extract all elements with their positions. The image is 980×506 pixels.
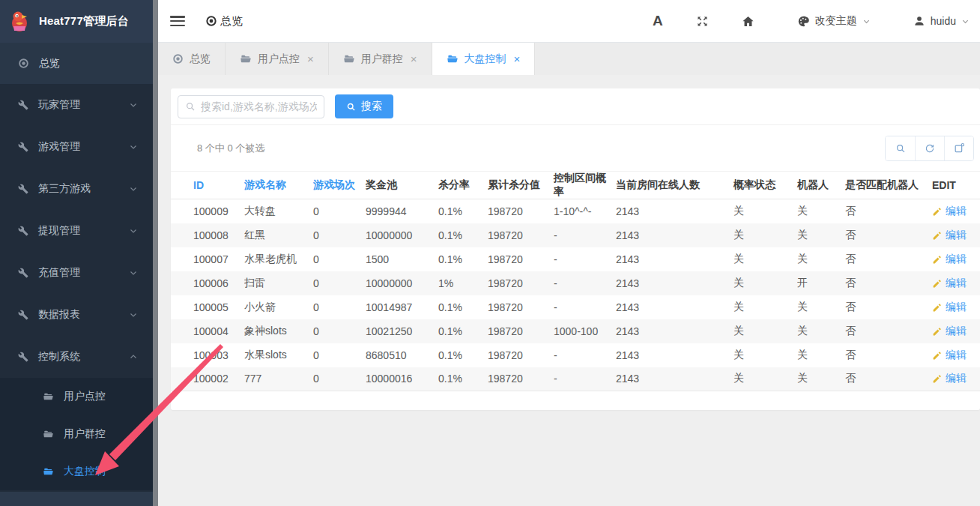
sidebar-group-reports[interactable]: 数据报表 xyxy=(0,294,153,336)
cell-match-robot: 否 xyxy=(845,247,932,271)
edit-link[interactable]: 编辑 xyxy=(946,372,967,385)
column-search-button[interactable] xyxy=(886,136,915,160)
sidebar: Heat777管理后台 总览 玩家管理 游戏管理 第三方游戏 提现管理 xyxy=(0,0,153,506)
edit-link[interactable]: 编辑 xyxy=(946,229,967,242)
cell-kill-total: 198720 xyxy=(488,319,554,343)
table-row[interactable]: 100009大转盘099999440.1%1987201-10^-^-2143关… xyxy=(171,199,980,223)
market-control-panel: 搜索 8 个中 0 个被选 ID游戏名称游戏场次奖金池杀分率累计杀分值控制区间概… xyxy=(171,88,980,410)
cell-id: 100005 xyxy=(171,295,244,319)
cell-online-count: 2143 xyxy=(616,271,734,295)
sidebar-group-games[interactable]: 游戏管理 xyxy=(0,126,153,168)
cell-id: 100008 xyxy=(171,223,244,247)
sidebar-item-user-group-control[interactable]: 用户群控 xyxy=(0,415,153,453)
cell-prize-pool: 10000016 xyxy=(366,367,438,391)
cell-game-session: 0 xyxy=(313,247,366,271)
column-header-robot: 机器人 xyxy=(797,172,845,199)
table-row[interactable]: 100003水果slots086805100.1%198720-2143关关否编… xyxy=(171,343,980,367)
edit-link[interactable]: 编辑 xyxy=(946,325,967,338)
cell-control-interval: - xyxy=(554,223,616,247)
sidebar-item-label: 用户点控 xyxy=(64,390,106,403)
edit-pencil-icon xyxy=(932,279,942,288)
cell-prize-pool: 10021250 xyxy=(366,319,438,343)
column-header-edit: EDIT xyxy=(932,172,980,199)
sidebar-scrollbar[interactable] xyxy=(153,0,158,506)
sidebar-group-withdraw[interactable]: 提现管理 xyxy=(0,210,153,252)
tab-label: 总览 xyxy=(190,52,211,66)
cell-robot: 关 xyxy=(797,319,845,343)
refresh-button[interactable] xyxy=(915,136,944,160)
sidebar-group-label: 提现管理 xyxy=(38,224,80,238)
sidebar-group-control-system[interactable]: 控制系统 xyxy=(0,336,153,378)
table-actions-row: 8 个中 0 个被选 xyxy=(171,125,980,171)
eye-icon xyxy=(205,15,217,27)
cell-online-count: 2143 xyxy=(616,367,734,391)
tab-user-group-control[interactable]: 用户群控 × xyxy=(329,43,432,75)
cell-edit: 编辑 xyxy=(932,223,980,247)
export-button[interactable] xyxy=(944,136,973,160)
table-row[interactable]: 100007水果老虎机015000.1%198720-2143关关否编辑 xyxy=(171,247,980,271)
sidebar-item-label: 用户群控 xyxy=(64,427,106,441)
sidebar-item-market-control[interactable]: 大盘控制 xyxy=(0,453,153,490)
cell-id: 100007 xyxy=(171,247,244,271)
cell-robot: 关 xyxy=(797,367,845,391)
cell-prize-pool: 10000000 xyxy=(366,223,438,247)
sidebar-group-recharge[interactable]: 充值管理 xyxy=(0,252,153,294)
column-header-id[interactable]: ID xyxy=(171,172,244,199)
chevron-down-icon xyxy=(862,17,871,25)
cell-game-session: 0 xyxy=(313,367,366,391)
sidebar-item-overview[interactable]: 总览 xyxy=(0,43,153,84)
cell-prize-pool: 8680510 xyxy=(366,343,438,367)
cell-robot: 开 xyxy=(797,271,845,295)
topbar-actions: A 改变主题 huidu xyxy=(653,13,970,29)
tab-close-icon[interactable]: × xyxy=(411,52,417,65)
cell-robot: 关 xyxy=(797,343,845,367)
theme-label: 改变主题 xyxy=(815,14,857,28)
cell-online-count: 2143 xyxy=(616,295,734,319)
edit-pencil-icon xyxy=(932,374,942,383)
table-row[interactable]: 100008红黑0100000000.1%198720-2143关关否编辑 xyxy=(171,223,980,247)
tab-label: 用户点控 xyxy=(258,52,300,66)
edit-link[interactable]: 编辑 xyxy=(946,253,967,266)
search-button[interactable]: 搜索 xyxy=(335,94,393,118)
table-row[interactable]: 100005小火箭0100149870.1%198720-2143关关否编辑 xyxy=(171,295,980,319)
table-row[interactable]: 1000027770100000160.1%198720-2143关关否编辑 xyxy=(171,367,980,391)
edit-link[interactable]: 编辑 xyxy=(946,277,967,290)
search-input[interactable] xyxy=(201,100,317,112)
sidebar-group-label: 游戏管理 xyxy=(38,140,80,154)
cell-prob-status: 关 xyxy=(734,343,797,367)
theme-switcher[interactable]: 改变主题 xyxy=(797,14,871,28)
table-row[interactable]: 100004象神slots0100212500.1%1987201000-100… xyxy=(171,319,980,343)
cell-prob-status: 关 xyxy=(734,271,797,295)
tab-market-control[interactable]: 大盘控制 × xyxy=(432,43,536,75)
tab-close-icon[interactable]: × xyxy=(514,52,521,65)
search-toolbar: 搜索 xyxy=(171,88,980,125)
sidebar-group-players[interactable]: 玩家管理 xyxy=(0,84,153,126)
fullscreen-icon[interactable] xyxy=(696,15,709,28)
chevron-down-icon xyxy=(129,100,138,109)
table-row[interactable]: 100006扫雷0100000001%198720-2143关开否编辑 xyxy=(171,271,980,295)
wrench-icon xyxy=(18,268,28,278)
sidebar-group-thirdparty[interactable]: 第三方游戏 xyxy=(0,168,153,210)
edit-link[interactable]: 编辑 xyxy=(946,349,967,362)
edit-link[interactable]: 编辑 xyxy=(946,205,967,218)
tab-overview[interactable]: 总览 xyxy=(158,43,226,75)
hamburger-menu-icon[interactable] xyxy=(170,16,185,26)
tab-close-icon[interactable]: × xyxy=(307,52,314,65)
wrench-icon xyxy=(18,352,28,362)
breadcrumb[interactable]: 总览 xyxy=(205,14,243,28)
font-size-button[interactable]: A xyxy=(653,13,663,29)
tab-user-point-control[interactable]: 用户点控 × xyxy=(226,43,329,75)
home-icon[interactable] xyxy=(742,15,754,28)
column-header-game-name[interactable]: 游戏名称 xyxy=(244,172,313,199)
sidebar-item-user-point-control[interactable]: 用户点控 xyxy=(0,378,153,415)
cell-game-session: 0 xyxy=(313,223,366,247)
column-header-game-session[interactable]: 游戏场次 xyxy=(313,172,366,199)
sidebar-group-label: 控制系统 xyxy=(38,350,80,364)
edit-link[interactable]: 编辑 xyxy=(946,301,967,314)
user-menu[interactable]: huidu xyxy=(913,15,970,27)
search-icon xyxy=(895,143,906,154)
edit-pencil-icon xyxy=(932,303,942,312)
cell-kill-rate: 0.1% xyxy=(438,199,488,223)
cell-online-count: 2143 xyxy=(616,343,734,367)
cell-kill-total: 198720 xyxy=(488,343,554,367)
